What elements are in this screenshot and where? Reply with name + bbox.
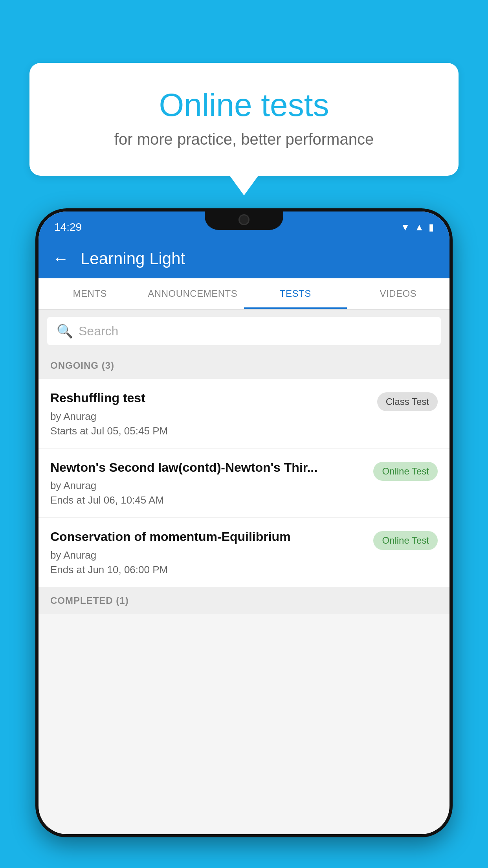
completed-label: COMPLETED (1) bbox=[50, 595, 129, 606]
status-time: 14:29 bbox=[54, 221, 82, 234]
test-title-1: Reshuffling test bbox=[50, 390, 369, 406]
test-time-1: Starts at Jul 05, 05:45 PM bbox=[50, 425, 369, 437]
test-item-2[interactable]: Newton's Second law(contd)-Newton's Thir… bbox=[39, 449, 449, 518]
test-author-3: by Anurag bbox=[50, 549, 365, 561]
battery-icon: ▮ bbox=[429, 222, 434, 233]
test-title-2: Newton's Second law(contd)-Newton's Thir… bbox=[50, 460, 365, 476]
wifi-icon: ▼ bbox=[400, 222, 410, 233]
bubble-title: Online tests bbox=[57, 86, 431, 123]
tab-ments[interactable]: MENTS bbox=[39, 278, 141, 309]
app-bar: ← Learning Light bbox=[39, 239, 449, 278]
phone-screen: 14:29 ▼ ▲ ▮ ← Learning Light MENTS ANNOU… bbox=[39, 211, 449, 834]
test-badge-2: Online Test bbox=[373, 462, 438, 481]
test-info-1: Reshuffling test by Anurag Starts at Jul… bbox=[50, 390, 369, 437]
promo-bubble: Online tests for more practice, better p… bbox=[29, 63, 459, 176]
ongoing-section-header: ONGOING (3) bbox=[39, 352, 449, 379]
search-icon: 🔍 bbox=[57, 323, 73, 339]
bubble-subtitle: for more practice, better performance bbox=[57, 131, 431, 148]
ongoing-label: ONGOING (3) bbox=[50, 360, 114, 371]
phone-camera bbox=[238, 214, 250, 225]
test-info-3: Conservation of momentum-Equilibrium by … bbox=[50, 529, 365, 576]
test-info-2: Newton's Second law(contd)-Newton's Thir… bbox=[50, 460, 365, 507]
phone-notch bbox=[205, 208, 283, 230]
test-author-1: by Anurag bbox=[50, 410, 369, 423]
tabs-bar: MENTS ANNOUNCEMENTS TESTS VIDEOS bbox=[39, 278, 449, 310]
back-button[interactable]: ← bbox=[52, 249, 69, 268]
phone-frame: 14:29 ▼ ▲ ▮ ← Learning Light MENTS ANNOU… bbox=[35, 208, 453, 837]
tab-announcements[interactable]: ANNOUNCEMENTS bbox=[141, 278, 244, 309]
tab-videos[interactable]: VIDEOS bbox=[347, 278, 450, 309]
test-badge-1: Class Test bbox=[377, 392, 438, 411]
test-time-2: Ends at Jul 06, 10:45 AM bbox=[50, 494, 365, 506]
tab-tests[interactable]: TESTS bbox=[244, 278, 347, 309]
test-time-3: Ends at Jun 10, 06:00 PM bbox=[50, 564, 365, 576]
signal-icon: ▲ bbox=[415, 222, 424, 233]
search-container: 🔍 Search bbox=[39, 310, 449, 352]
test-list: Reshuffling test by Anurag Starts at Jul… bbox=[39, 379, 449, 587]
phone-container: 14:29 ▼ ▲ ▮ ← Learning Light MENTS ANNOU… bbox=[35, 208, 453, 868]
test-author-2: by Anurag bbox=[50, 480, 365, 492]
completed-section-header: COMPLETED (1) bbox=[39, 587, 449, 614]
app-bar-title: Learning Light bbox=[81, 249, 185, 268]
test-item-1[interactable]: Reshuffling test by Anurag Starts at Jul… bbox=[39, 379, 449, 449]
test-badge-3: Online Test bbox=[373, 531, 438, 550]
search-placeholder: Search bbox=[79, 324, 118, 338]
search-input-wrap[interactable]: 🔍 Search bbox=[47, 317, 441, 345]
test-item-3[interactable]: Conservation of momentum-Equilibrium by … bbox=[39, 518, 449, 587]
status-icons: ▼ ▲ ▮ bbox=[400, 222, 434, 233]
test-title-3: Conservation of momentum-Equilibrium bbox=[50, 529, 365, 545]
